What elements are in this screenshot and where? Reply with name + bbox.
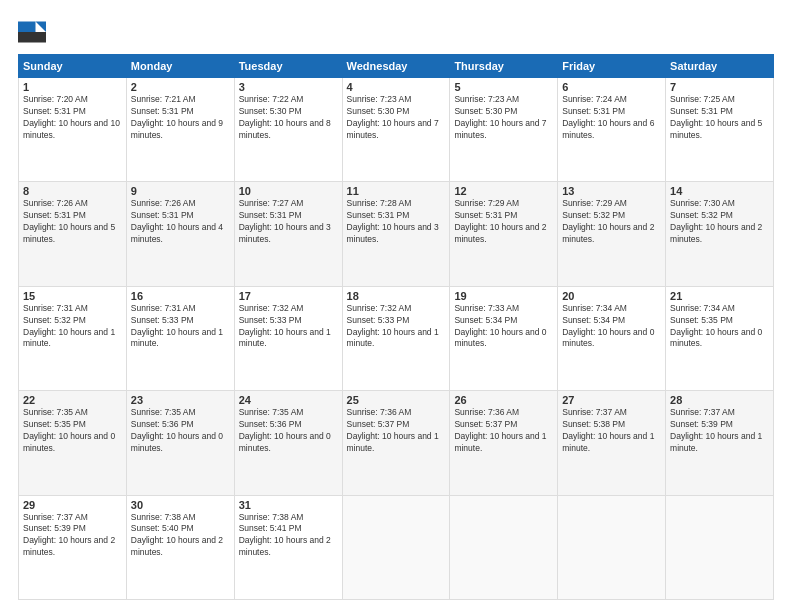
cell-info: Sunrise: 7:36 AMSunset: 5:37 PMDaylight:… [347, 407, 446, 455]
svg-rect-1 [18, 22, 36, 33]
calendar-cell: 16Sunrise: 7:31 AMSunset: 5:33 PMDayligh… [126, 286, 234, 390]
calendar-cell: 31Sunrise: 7:38 AMSunset: 5:41 PMDayligh… [234, 495, 342, 599]
cell-info: Sunrise: 7:27 AMSunset: 5:31 PMDaylight:… [239, 198, 338, 246]
calendar-cell: 3Sunrise: 7:22 AMSunset: 5:30 PMDaylight… [234, 78, 342, 182]
calendar-cell: 21Sunrise: 7:34 AMSunset: 5:35 PMDayligh… [666, 286, 774, 390]
calendar-cell: 1Sunrise: 7:20 AMSunset: 5:31 PMDaylight… [19, 78, 127, 182]
day-header-saturday: Saturday [666, 55, 774, 78]
calendar-cell: 30Sunrise: 7:38 AMSunset: 5:40 PMDayligh… [126, 495, 234, 599]
cell-info: Sunrise: 7:30 AMSunset: 5:32 PMDaylight:… [670, 198, 769, 246]
calendar-cell: 9Sunrise: 7:26 AMSunset: 5:31 PMDaylight… [126, 182, 234, 286]
calendar-table: SundayMondayTuesdayWednesdayThursdayFrid… [18, 54, 774, 600]
calendar-cell: 17Sunrise: 7:32 AMSunset: 5:33 PMDayligh… [234, 286, 342, 390]
cell-info: Sunrise: 7:21 AMSunset: 5:31 PMDaylight:… [131, 94, 230, 142]
calendar-cell: 8Sunrise: 7:26 AMSunset: 5:31 PMDaylight… [19, 182, 127, 286]
cell-info: Sunrise: 7:29 AMSunset: 5:31 PMDaylight:… [454, 198, 553, 246]
calendar-week-4: 22Sunrise: 7:35 AMSunset: 5:35 PMDayligh… [19, 391, 774, 495]
cell-info: Sunrise: 7:32 AMSunset: 5:33 PMDaylight:… [347, 303, 446, 351]
calendar-cell [558, 495, 666, 599]
day-number: 26 [454, 394, 553, 406]
calendar-cell: 20Sunrise: 7:34 AMSunset: 5:34 PMDayligh… [558, 286, 666, 390]
calendar-cell: 13Sunrise: 7:29 AMSunset: 5:32 PMDayligh… [558, 182, 666, 286]
day-number: 19 [454, 290, 553, 302]
cell-info: Sunrise: 7:36 AMSunset: 5:37 PMDaylight:… [454, 407, 553, 455]
cell-info: Sunrise: 7:37 AMSunset: 5:39 PMDaylight:… [23, 512, 122, 560]
cell-info: Sunrise: 7:32 AMSunset: 5:33 PMDaylight:… [239, 303, 338, 351]
day-number: 9 [131, 185, 230, 197]
day-number: 27 [562, 394, 661, 406]
cell-info: Sunrise: 7:20 AMSunset: 5:31 PMDaylight:… [23, 94, 122, 142]
day-number: 3 [239, 81, 338, 93]
cell-info: Sunrise: 7:35 AMSunset: 5:36 PMDaylight:… [239, 407, 338, 455]
day-number: 2 [131, 81, 230, 93]
calendar-cell [450, 495, 558, 599]
calendar-cell: 28Sunrise: 7:37 AMSunset: 5:39 PMDayligh… [666, 391, 774, 495]
calendar-cell: 26Sunrise: 7:36 AMSunset: 5:37 PMDayligh… [450, 391, 558, 495]
day-number: 30 [131, 499, 230, 511]
calendar-cell: 7Sunrise: 7:25 AMSunset: 5:31 PMDaylight… [666, 78, 774, 182]
day-header-wednesday: Wednesday [342, 55, 450, 78]
calendar-cell: 2Sunrise: 7:21 AMSunset: 5:31 PMDaylight… [126, 78, 234, 182]
calendar-week-5: 29Sunrise: 7:37 AMSunset: 5:39 PMDayligh… [19, 495, 774, 599]
day-number: 20 [562, 290, 661, 302]
cell-info: Sunrise: 7:35 AMSunset: 5:35 PMDaylight:… [23, 407, 122, 455]
calendar-cell: 29Sunrise: 7:37 AMSunset: 5:39 PMDayligh… [19, 495, 127, 599]
cell-info: Sunrise: 7:31 AMSunset: 5:33 PMDaylight:… [131, 303, 230, 351]
day-number: 1 [23, 81, 122, 93]
day-number: 24 [239, 394, 338, 406]
day-number: 23 [131, 394, 230, 406]
cell-info: Sunrise: 7:38 AMSunset: 5:40 PMDaylight:… [131, 512, 230, 560]
calendar-cell: 19Sunrise: 7:33 AMSunset: 5:34 PMDayligh… [450, 286, 558, 390]
day-header-sunday: Sunday [19, 55, 127, 78]
cell-info: Sunrise: 7:38 AMSunset: 5:41 PMDaylight:… [239, 512, 338, 560]
cell-info: Sunrise: 7:26 AMSunset: 5:31 PMDaylight:… [131, 198, 230, 246]
day-number: 13 [562, 185, 661, 197]
day-header-friday: Friday [558, 55, 666, 78]
calendar-cell: 14Sunrise: 7:30 AMSunset: 5:32 PMDayligh… [666, 182, 774, 286]
cell-info: Sunrise: 7:33 AMSunset: 5:34 PMDaylight:… [454, 303, 553, 351]
cell-info: Sunrise: 7:23 AMSunset: 5:30 PMDaylight:… [347, 94, 446, 142]
calendar-cell: 10Sunrise: 7:27 AMSunset: 5:31 PMDayligh… [234, 182, 342, 286]
day-number: 11 [347, 185, 446, 197]
cell-info: Sunrise: 7:31 AMSunset: 5:32 PMDaylight:… [23, 303, 122, 351]
day-number: 15 [23, 290, 122, 302]
page: SundayMondayTuesdayWednesdayThursdayFrid… [0, 0, 792, 612]
calendar-cell: 27Sunrise: 7:37 AMSunset: 5:38 PMDayligh… [558, 391, 666, 495]
day-number: 29 [23, 499, 122, 511]
cell-info: Sunrise: 7:34 AMSunset: 5:34 PMDaylight:… [562, 303, 661, 351]
day-header-thursday: Thursday [450, 55, 558, 78]
calendar-cell [342, 495, 450, 599]
day-number: 10 [239, 185, 338, 197]
svg-rect-2 [18, 32, 46, 43]
day-number: 5 [454, 81, 553, 93]
svg-marker-0 [36, 22, 47, 33]
day-number: 31 [239, 499, 338, 511]
day-number: 21 [670, 290, 769, 302]
cell-info: Sunrise: 7:37 AMSunset: 5:39 PMDaylight:… [670, 407, 769, 455]
calendar-week-3: 15Sunrise: 7:31 AMSunset: 5:32 PMDayligh… [19, 286, 774, 390]
calendar-cell: 24Sunrise: 7:35 AMSunset: 5:36 PMDayligh… [234, 391, 342, 495]
day-number: 16 [131, 290, 230, 302]
day-number: 18 [347, 290, 446, 302]
calendar-week-2: 8Sunrise: 7:26 AMSunset: 5:31 PMDaylight… [19, 182, 774, 286]
day-number: 28 [670, 394, 769, 406]
day-number: 25 [347, 394, 446, 406]
calendar-cell: 15Sunrise: 7:31 AMSunset: 5:32 PMDayligh… [19, 286, 127, 390]
day-number: 6 [562, 81, 661, 93]
cell-info: Sunrise: 7:22 AMSunset: 5:30 PMDaylight:… [239, 94, 338, 142]
cell-info: Sunrise: 7:23 AMSunset: 5:30 PMDaylight:… [454, 94, 553, 142]
cell-info: Sunrise: 7:29 AMSunset: 5:32 PMDaylight:… [562, 198, 661, 246]
day-number: 12 [454, 185, 553, 197]
day-number: 14 [670, 185, 769, 197]
calendar-week-1: 1Sunrise: 7:20 AMSunset: 5:31 PMDaylight… [19, 78, 774, 182]
calendar-cell: 18Sunrise: 7:32 AMSunset: 5:33 PMDayligh… [342, 286, 450, 390]
header [18, 18, 774, 46]
calendar-cell: 23Sunrise: 7:35 AMSunset: 5:36 PMDayligh… [126, 391, 234, 495]
calendar-cell: 6Sunrise: 7:24 AMSunset: 5:31 PMDaylight… [558, 78, 666, 182]
cell-info: Sunrise: 7:37 AMSunset: 5:38 PMDaylight:… [562, 407, 661, 455]
logo-icon [18, 18, 46, 46]
calendar-cell: 4Sunrise: 7:23 AMSunset: 5:30 PMDaylight… [342, 78, 450, 182]
calendar-cell: 5Sunrise: 7:23 AMSunset: 5:30 PMDaylight… [450, 78, 558, 182]
calendar-cell: 11Sunrise: 7:28 AMSunset: 5:31 PMDayligh… [342, 182, 450, 286]
day-number: 22 [23, 394, 122, 406]
